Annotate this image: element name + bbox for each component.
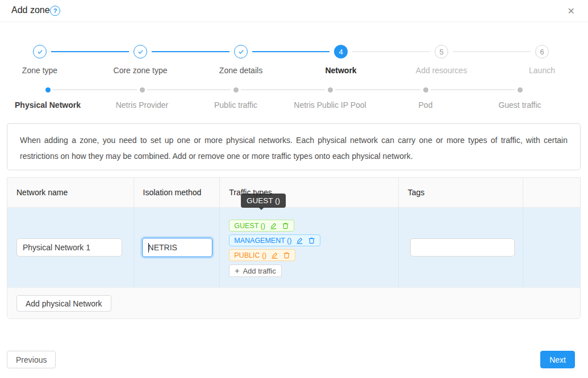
add-physical-network-button[interactable]: Add physical Network — [16, 295, 111, 312]
step-connector — [152, 51, 230, 52]
guest-tooltip: GUEST () — [241, 194, 286, 208]
network-name-input[interactable] — [16, 238, 122, 257]
add-traffic-label: Add traffic — [243, 267, 276, 275]
traffic-types-cell: GUEST () MANAGEMENT () — [220, 208, 398, 287]
step-2-check-icon — [134, 45, 147, 58]
physical-network-table: Network name Isolation method Traffic ty… — [7, 177, 581, 319]
substep-connector — [53, 89, 137, 90]
network-name-cell — [7, 208, 134, 287]
substep-label-netris-public-ip-pool: Netris Public IP Pool — [276, 100, 384, 110]
edit-icon[interactable] — [296, 237, 303, 244]
traffic-tag-guest: GUEST () — [229, 220, 294, 232]
step-5-number: 5 — [435, 45, 448, 58]
next-button[interactable]: Next — [540, 351, 575, 368]
info-box: When adding a zone, you need to set up o… — [7, 123, 581, 170]
step-label-add-resources: Add resources — [393, 66, 490, 75]
step-3-check-icon — [234, 45, 248, 58]
delete-icon[interactable] — [283, 251, 290, 259]
substep-label-physical-network: Physical Network — [0, 100, 102, 110]
isolation-method-cell — [134, 208, 220, 287]
table-row: GUEST () MANAGEMENT () — [7, 208, 580, 287]
substep-connector — [241, 89, 325, 90]
step-label-network: Network — [293, 66, 389, 75]
table-footer: Add physical Network — [7, 287, 580, 318]
substep-label-guest-traffic: Guest traffic — [466, 100, 574, 110]
substep-connector — [147, 89, 231, 90]
step-1-check-icon — [33, 45, 47, 58]
substep-dot-pod — [423, 87, 428, 93]
edit-icon[interactable] — [271, 251, 278, 259]
substep-label-public-traffic: Public traffic — [182, 100, 290, 110]
step-6-number: 6 — [535, 45, 549, 58]
step-connector — [252, 51, 330, 52]
substep-dot-guest-traffic — [518, 87, 523, 93]
delete-icon[interactable] — [282, 222, 289, 229]
step-label-zone-type: Zone type — [0, 66, 88, 75]
tooltip-arrow — [258, 207, 264, 210]
isolation-method-input[interactable] — [142, 238, 212, 257]
previous-button[interactable]: Previous — [7, 351, 56, 368]
substep-dot-physical-network — [45, 87, 51, 93]
table-header-row: Network name Isolation method Traffic ty… — [7, 178, 580, 208]
column-header-isolation-method: Isolation method — [134, 178, 220, 207]
substep-connector — [431, 89, 515, 90]
delete-icon[interactable] — [308, 237, 315, 244]
step-label-launch: Launch — [494, 66, 588, 75]
edit-icon[interactable] — [270, 222, 277, 229]
dialog-title: Add zone — [11, 5, 50, 15]
step-connector — [352, 51, 430, 52]
substep-connector — [335, 89, 420, 90]
substep-dot-netris-public-ip-pool — [328, 87, 333, 93]
row-actions-cell — [523, 208, 580, 287]
step-4-number: 4 — [334, 45, 348, 58]
add-traffic-button[interactable]: + Add traffic — [229, 264, 281, 277]
plus-icon: + — [235, 267, 239, 275]
traffic-tag-management: MANAGEMENT () — [229, 234, 320, 246]
text-caret — [148, 243, 149, 253]
traffic-tag-public: PUBLIC () — [229, 249, 295, 261]
column-header-actions — [523, 178, 580, 207]
modal-header: Add zone ? ✕ — [0, 0, 588, 22]
tags-input[interactable] — [410, 238, 515, 257]
tags-cell — [399, 208, 524, 287]
step-label-zone-details: Zone details — [193, 66, 289, 75]
traffic-tag-public-label: PUBLIC () — [234, 251, 266, 259]
column-header-network-name: Network name — [7, 178, 134, 207]
column-header-tags: Tags — [399, 178, 524, 207]
step-label-core-zone-type: Core zone type — [92, 66, 189, 75]
substep-dot-netris-provider — [140, 87, 145, 93]
step-connector — [51, 51, 129, 52]
traffic-tag-management-label: MANAGEMENT () — [234, 237, 291, 245]
substep-dot-public-traffic — [233, 87, 239, 93]
guest-tooltip-text: GUEST () — [247, 196, 280, 205]
step-connector — [453, 51, 531, 52]
help-icon[interactable]: ? — [50, 6, 60, 16]
substep-label-netris-provider: Netris Provider — [88, 100, 196, 110]
close-icon[interactable]: ✕ — [566, 5, 576, 18]
traffic-tag-guest-label: GUEST () — [234, 222, 265, 230]
substep-label-pod: Pod — [372, 100, 479, 110]
